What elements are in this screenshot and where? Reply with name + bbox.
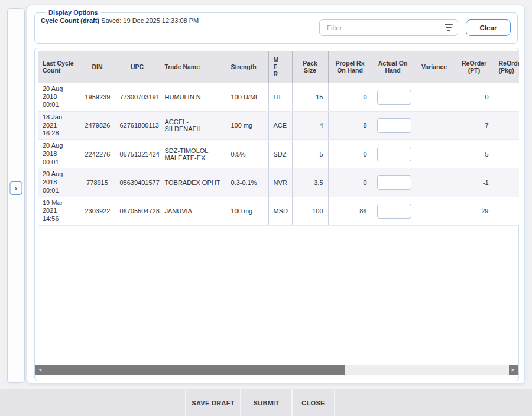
table-row: 20 Aug 2018 00:01 778915 05639401577 TOB… bbox=[38, 168, 519, 197]
saved-status-line: Cycle Count (draft) Saved: 19 Dec 2025 1… bbox=[41, 16, 199, 24]
options-row: Cycle Count (draft) Saved: 19 Dec 2025 1… bbox=[41, 16, 511, 40]
grid-viewport: Last Cycle Count DIN UPC Trade Name Stre… bbox=[38, 51, 519, 360]
cell-strength: 100 mg bbox=[226, 111, 268, 139]
actual-on-hand-input[interactable] bbox=[377, 118, 411, 133]
cell-propel-rx-on-hand: 8 bbox=[328, 111, 372, 139]
cycle-count-grid-panel: Last Cycle Count DIN UPC Trade Name Stre… bbox=[34, 48, 519, 381]
filter-input[interactable] bbox=[319, 20, 458, 36]
cell-trade-name: HUMULIN N bbox=[160, 83, 226, 111]
column-header-reorder-pt[interactable]: ReOrder (PT) bbox=[455, 51, 494, 83]
cell-variance bbox=[414, 83, 455, 111]
saved-timestamp: Saved: 19 Dec 2025 12:33:08 PM bbox=[101, 17, 199, 24]
cell-din: 2242276 bbox=[80, 140, 115, 168]
cell-reorder-pkg bbox=[494, 168, 519, 197]
column-header-variance[interactable]: Variance bbox=[414, 51, 455, 83]
cell-actual-on-hand bbox=[372, 140, 414, 168]
cell-mfr: LIL bbox=[268, 83, 292, 111]
column-header-trade-name[interactable]: Trade Name bbox=[160, 51, 226, 83]
actual-on-hand-input[interactable] bbox=[377, 147, 411, 161]
cell-strength: 100 U/ML bbox=[226, 83, 268, 111]
column-header-actual-on-hand[interactable]: Actual On Hand bbox=[372, 51, 414, 83]
cell-upc: 06705504728 bbox=[115, 197, 160, 225]
cell-reorder-pt: -1 bbox=[455, 168, 494, 197]
column-header-pack-size[interactable]: Pack Size bbox=[292, 51, 328, 83]
cell-propel-rx-on-hand: 86 bbox=[328, 197, 372, 225]
column-header-din[interactable]: DIN bbox=[80, 51, 115, 83]
expand-panel-button[interactable]: › bbox=[10, 181, 22, 195]
cell-pack-size: 100 bbox=[292, 197, 328, 225]
cycle-count-card: Display Options Cycle Count (draft) Save… bbox=[27, 5, 525, 384]
cell-propel-rx-on-hand: 0 bbox=[328, 168, 372, 197]
cell-actual-on-hand bbox=[372, 197, 414, 225]
cell-reorder-pt: 5 bbox=[455, 140, 494, 168]
table-row: 20 Aug 2018 00:01 1959239 77300703191 HU… bbox=[38, 83, 519, 111]
cell-actual-on-hand bbox=[372, 111, 414, 139]
cell-din: 1959239 bbox=[80, 83, 115, 111]
cell-propel-rx-on-hand: 0 bbox=[328, 140, 372, 168]
cell-propel-rx-on-hand: 0 bbox=[328, 83, 372, 111]
cell-trade-name: ACCEL-SILDENAFIL bbox=[160, 111, 226, 139]
collapsed-side-panel: › bbox=[7, 8, 25, 383]
cell-last-cycle-count: 18 Jan 2021 16:28 bbox=[38, 111, 80, 139]
footer-action-bar: SAVE DRAFT SUBMIT CLOSE bbox=[0, 389, 532, 416]
footer-buttons: SAVE DRAFT SUBMIT CLOSE bbox=[185, 389, 335, 416]
cell-variance bbox=[414, 111, 455, 139]
actual-on-hand-input[interactable] bbox=[377, 175, 411, 190]
cell-din: 2479826 bbox=[80, 111, 115, 139]
filter-field bbox=[319, 20, 458, 36]
cell-upc: 05751321424 bbox=[115, 140, 160, 168]
submit-button[interactable]: SUBMIT bbox=[240, 389, 291, 416]
cell-variance bbox=[414, 197, 455, 225]
header-row: Last Cycle Count DIN UPC Trade Name Stre… bbox=[38, 51, 519, 83]
cell-reorder-pkg bbox=[494, 111, 519, 139]
cell-reorder-pkg bbox=[494, 83, 519, 111]
scroll-right-arrow-icon[interactable]: ▶ bbox=[509, 365, 518, 375]
table-row: 18 Jan 2021 16:28 2479826 62761800113 AC… bbox=[38, 111, 519, 139]
draft-title: Cycle Count (draft) bbox=[41, 17, 99, 24]
display-options-fieldset: Display Options Cycle Count (draft) Save… bbox=[34, 9, 518, 44]
column-header-propel-rx-on-hand[interactable]: Propel Rx On Hand bbox=[328, 51, 372, 83]
actual-on-hand-input[interactable] bbox=[377, 204, 411, 219]
scroll-left-arrow-icon[interactable]: ◀ bbox=[35, 365, 44, 375]
cell-reorder-pkg bbox=[494, 140, 519, 168]
cell-actual-on-hand bbox=[372, 83, 414, 111]
cell-last-cycle-count: 20 Aug 2018 00:01 bbox=[38, 168, 80, 197]
cell-reorder-pkg bbox=[494, 197, 519, 225]
cell-variance bbox=[414, 140, 455, 168]
save-draft-button[interactable]: SAVE DRAFT bbox=[185, 389, 240, 416]
cell-trade-name: SDZ-TIMOLOL MALEATE-EX bbox=[160, 140, 226, 168]
cell-upc: 62761800113 bbox=[115, 111, 160, 139]
cell-pack-size: 5 bbox=[292, 140, 328, 168]
horizontal-scrollbar[interactable]: ◀ ▶ bbox=[35, 365, 518, 375]
cell-din: 778915 bbox=[80, 168, 115, 197]
cell-pack-size: 15 bbox=[292, 83, 328, 111]
cell-last-cycle-count: 20 Aug 2018 00:01 bbox=[38, 140, 80, 168]
cell-strength: 100 mg bbox=[226, 197, 268, 225]
cell-strength: 0.5% bbox=[226, 140, 268, 168]
cell-last-cycle-count: 20 Aug 2018 00:01 bbox=[38, 83, 80, 111]
close-button[interactable]: CLOSE bbox=[291, 389, 335, 416]
cell-trade-name: JANUVIA bbox=[160, 197, 226, 225]
cell-trade-name: TOBRADEX OPHT bbox=[160, 168, 226, 197]
cell-din: 2303922 bbox=[80, 197, 115, 225]
column-header-mfr[interactable]: M F R bbox=[268, 51, 292, 83]
cell-mfr: ACE bbox=[268, 111, 292, 139]
cell-mfr: MSD bbox=[268, 197, 292, 225]
scrollbar-thumb[interactable]: ◀ bbox=[35, 365, 345, 375]
cell-variance bbox=[414, 168, 455, 197]
column-header-reorder-pkg[interactable]: ReOrder (Pkg) bbox=[494, 51, 519, 83]
column-header-last-cycle-count[interactable]: Last Cycle Count bbox=[38, 51, 80, 83]
cell-last-cycle-count: 19 Mar 2021 14:56 bbox=[38, 197, 80, 225]
cell-actual-on-hand bbox=[372, 168, 414, 197]
column-header-strength[interactable]: Strength bbox=[226, 51, 268, 83]
clear-button[interactable]: Clear bbox=[466, 20, 511, 36]
cell-pack-size: 3.5 bbox=[292, 168, 328, 197]
cell-reorder-pt: 29 bbox=[455, 197, 494, 225]
display-options-legend: Display Options bbox=[46, 9, 101, 16]
cycle-count-table: Last Cycle Count DIN UPC Trade Name Stre… bbox=[38, 51, 519, 226]
cell-upc: 77300703191 bbox=[115, 83, 160, 111]
actual-on-hand-input[interactable] bbox=[377, 90, 411, 105]
column-header-upc[interactable]: UPC bbox=[115, 51, 160, 83]
cell-mfr: NVR bbox=[268, 168, 292, 197]
cell-mfr: SDZ bbox=[268, 140, 292, 168]
